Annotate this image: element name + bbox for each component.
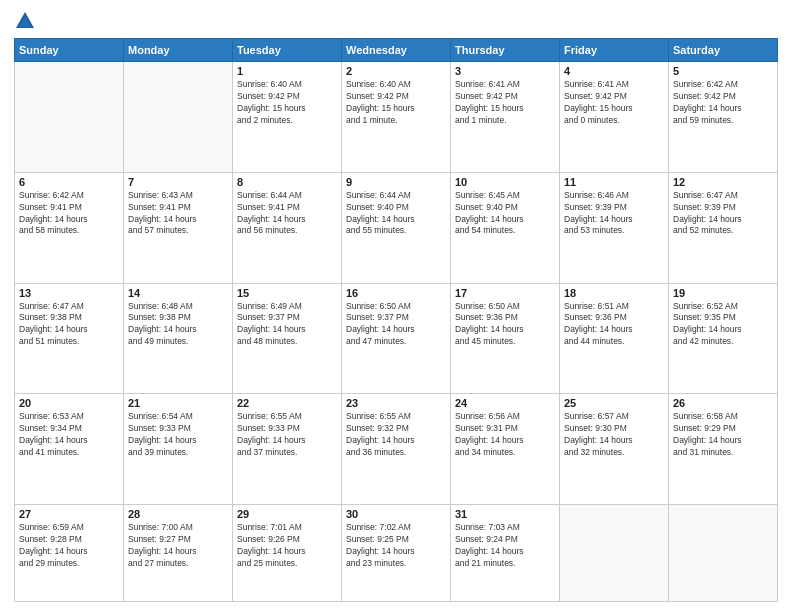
calendar-cell: 10Sunrise: 6:45 AMSunset: 9:40 PMDayligh… — [451, 172, 560, 283]
calendar-cell: 23Sunrise: 6:55 AMSunset: 9:32 PMDayligh… — [342, 394, 451, 505]
header — [14, 10, 778, 32]
calendar-cell: 14Sunrise: 6:48 AMSunset: 9:38 PMDayligh… — [124, 283, 233, 394]
day-info: Sunrise: 6:56 AMSunset: 9:31 PMDaylight:… — [455, 411, 555, 459]
day-info: Sunrise: 6:58 AMSunset: 9:29 PMDaylight:… — [673, 411, 773, 459]
calendar-cell: 8Sunrise: 6:44 AMSunset: 9:41 PMDaylight… — [233, 172, 342, 283]
weekday-header-friday: Friday — [560, 39, 669, 62]
calendar-cell: 12Sunrise: 6:47 AMSunset: 9:39 PMDayligh… — [669, 172, 778, 283]
day-info: Sunrise: 6:40 AMSunset: 9:42 PMDaylight:… — [237, 79, 337, 127]
day-info: Sunrise: 6:45 AMSunset: 9:40 PMDaylight:… — [455, 190, 555, 238]
calendar-cell: 28Sunrise: 7:00 AMSunset: 9:27 PMDayligh… — [124, 505, 233, 602]
calendar-cell: 4Sunrise: 6:41 AMSunset: 9:42 PMDaylight… — [560, 62, 669, 173]
logo — [14, 10, 40, 32]
day-info: Sunrise: 6:42 AMSunset: 9:42 PMDaylight:… — [673, 79, 773, 127]
day-number: 27 — [19, 508, 119, 520]
day-info: Sunrise: 6:44 AMSunset: 9:41 PMDaylight:… — [237, 190, 337, 238]
day-number: 16 — [346, 287, 446, 299]
day-number: 31 — [455, 508, 555, 520]
calendar-week-row: 13Sunrise: 6:47 AMSunset: 9:38 PMDayligh… — [15, 283, 778, 394]
calendar-cell: 26Sunrise: 6:58 AMSunset: 9:29 PMDayligh… — [669, 394, 778, 505]
day-number: 14 — [128, 287, 228, 299]
calendar-cell: 9Sunrise: 6:44 AMSunset: 9:40 PMDaylight… — [342, 172, 451, 283]
day-number: 29 — [237, 508, 337, 520]
day-number: 25 — [564, 397, 664, 409]
calendar-cell: 19Sunrise: 6:52 AMSunset: 9:35 PMDayligh… — [669, 283, 778, 394]
day-number: 22 — [237, 397, 337, 409]
day-info: Sunrise: 6:54 AMSunset: 9:33 PMDaylight:… — [128, 411, 228, 459]
calendar-cell: 15Sunrise: 6:49 AMSunset: 9:37 PMDayligh… — [233, 283, 342, 394]
day-number: 24 — [455, 397, 555, 409]
calendar-week-row: 20Sunrise: 6:53 AMSunset: 9:34 PMDayligh… — [15, 394, 778, 505]
day-info: Sunrise: 6:50 AMSunset: 9:37 PMDaylight:… — [346, 301, 446, 349]
day-number: 11 — [564, 176, 664, 188]
day-info: Sunrise: 6:59 AMSunset: 9:28 PMDaylight:… — [19, 522, 119, 570]
day-number: 28 — [128, 508, 228, 520]
day-info: Sunrise: 7:02 AMSunset: 9:25 PMDaylight:… — [346, 522, 446, 570]
day-number: 10 — [455, 176, 555, 188]
day-number: 13 — [19, 287, 119, 299]
day-number: 5 — [673, 65, 773, 77]
day-info: Sunrise: 6:57 AMSunset: 9:30 PMDaylight:… — [564, 411, 664, 459]
day-number: 8 — [237, 176, 337, 188]
calendar-cell: 17Sunrise: 6:50 AMSunset: 9:36 PMDayligh… — [451, 283, 560, 394]
calendar-cell: 5Sunrise: 6:42 AMSunset: 9:42 PMDaylight… — [669, 62, 778, 173]
calendar-cell: 7Sunrise: 6:43 AMSunset: 9:41 PMDaylight… — [124, 172, 233, 283]
calendar-cell: 25Sunrise: 6:57 AMSunset: 9:30 PMDayligh… — [560, 394, 669, 505]
day-info: Sunrise: 6:43 AMSunset: 9:41 PMDaylight:… — [128, 190, 228, 238]
day-info: Sunrise: 6:47 AMSunset: 9:39 PMDaylight:… — [673, 190, 773, 238]
calendar-cell — [669, 505, 778, 602]
day-info: Sunrise: 6:41 AMSunset: 9:42 PMDaylight:… — [455, 79, 555, 127]
day-info: Sunrise: 7:01 AMSunset: 9:26 PMDaylight:… — [237, 522, 337, 570]
calendar-cell: 20Sunrise: 6:53 AMSunset: 9:34 PMDayligh… — [15, 394, 124, 505]
day-number: 7 — [128, 176, 228, 188]
day-number: 17 — [455, 287, 555, 299]
calendar-cell: 18Sunrise: 6:51 AMSunset: 9:36 PMDayligh… — [560, 283, 669, 394]
calendar-cell: 29Sunrise: 7:01 AMSunset: 9:26 PMDayligh… — [233, 505, 342, 602]
calendar-cell: 3Sunrise: 6:41 AMSunset: 9:42 PMDaylight… — [451, 62, 560, 173]
calendar-week-row: 6Sunrise: 6:42 AMSunset: 9:41 PMDaylight… — [15, 172, 778, 283]
calendar-cell — [560, 505, 669, 602]
day-number: 2 — [346, 65, 446, 77]
day-number: 23 — [346, 397, 446, 409]
weekday-header-wednesday: Wednesday — [342, 39, 451, 62]
calendar-cell: 6Sunrise: 6:42 AMSunset: 9:41 PMDaylight… — [15, 172, 124, 283]
day-info: Sunrise: 6:55 AMSunset: 9:32 PMDaylight:… — [346, 411, 446, 459]
day-info: Sunrise: 6:44 AMSunset: 9:40 PMDaylight:… — [346, 190, 446, 238]
day-number: 21 — [128, 397, 228, 409]
day-info: Sunrise: 6:46 AMSunset: 9:39 PMDaylight:… — [564, 190, 664, 238]
logo-icon — [14, 10, 36, 32]
weekday-header-tuesday: Tuesday — [233, 39, 342, 62]
calendar-cell: 30Sunrise: 7:02 AMSunset: 9:25 PMDayligh… — [342, 505, 451, 602]
calendar-cell: 21Sunrise: 6:54 AMSunset: 9:33 PMDayligh… — [124, 394, 233, 505]
weekday-header-row: SundayMondayTuesdayWednesdayThursdayFrid… — [15, 39, 778, 62]
day-number: 26 — [673, 397, 773, 409]
day-number: 20 — [19, 397, 119, 409]
day-info: Sunrise: 6:48 AMSunset: 9:38 PMDaylight:… — [128, 301, 228, 349]
day-info: Sunrise: 6:41 AMSunset: 9:42 PMDaylight:… — [564, 79, 664, 127]
weekday-header-sunday: Sunday — [15, 39, 124, 62]
day-info: Sunrise: 6:52 AMSunset: 9:35 PMDaylight:… — [673, 301, 773, 349]
calendar-cell — [15, 62, 124, 173]
day-info: Sunrise: 6:50 AMSunset: 9:36 PMDaylight:… — [455, 301, 555, 349]
day-number: 9 — [346, 176, 446, 188]
day-info: Sunrise: 7:03 AMSunset: 9:24 PMDaylight:… — [455, 522, 555, 570]
day-info: Sunrise: 6:49 AMSunset: 9:37 PMDaylight:… — [237, 301, 337, 349]
calendar-cell: 1Sunrise: 6:40 AMSunset: 9:42 PMDaylight… — [233, 62, 342, 173]
day-number: 1 — [237, 65, 337, 77]
day-info: Sunrise: 6:51 AMSunset: 9:36 PMDaylight:… — [564, 301, 664, 349]
day-number: 15 — [237, 287, 337, 299]
calendar-cell: 22Sunrise: 6:55 AMSunset: 9:33 PMDayligh… — [233, 394, 342, 505]
calendar-cell: 24Sunrise: 6:56 AMSunset: 9:31 PMDayligh… — [451, 394, 560, 505]
day-info: Sunrise: 6:53 AMSunset: 9:34 PMDaylight:… — [19, 411, 119, 459]
day-number: 19 — [673, 287, 773, 299]
day-number: 12 — [673, 176, 773, 188]
weekday-header-thursday: Thursday — [451, 39, 560, 62]
day-info: Sunrise: 7:00 AMSunset: 9:27 PMDaylight:… — [128, 522, 228, 570]
calendar-table: SundayMondayTuesdayWednesdayThursdayFrid… — [14, 38, 778, 602]
day-number: 18 — [564, 287, 664, 299]
calendar-week-row: 27Sunrise: 6:59 AMSunset: 9:28 PMDayligh… — [15, 505, 778, 602]
page: SundayMondayTuesdayWednesdayThursdayFrid… — [0, 0, 792, 612]
weekday-header-monday: Monday — [124, 39, 233, 62]
day-number: 6 — [19, 176, 119, 188]
calendar-week-row: 1Sunrise: 6:40 AMSunset: 9:42 PMDaylight… — [15, 62, 778, 173]
